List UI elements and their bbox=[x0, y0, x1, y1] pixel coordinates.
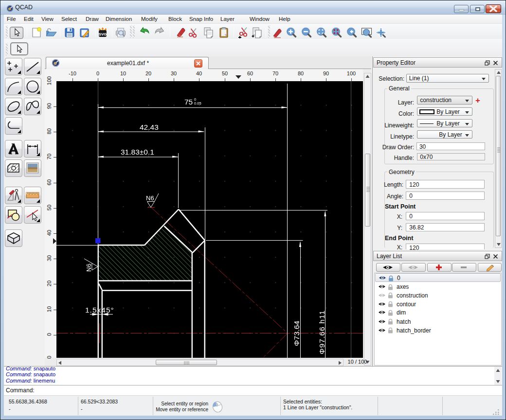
svg-text:0.05: 0.05 bbox=[194, 101, 201, 105]
svg-text:75: 75 bbox=[184, 98, 193, 106]
svg-text:N6: N6 bbox=[146, 194, 154, 202]
svg-text:42.43: 42.43 bbox=[140, 123, 159, 131]
svg-text:Φ97.66 h11: Φ97.66 h11 bbox=[318, 310, 326, 354]
svg-text:31.83±0.1: 31.83±0.1 bbox=[121, 148, 154, 156]
svg-text:Φ73.64: Φ73.64 bbox=[292, 320, 301, 346]
svg-text:SVG: SVG bbox=[99, 32, 107, 36]
svg-text:N6: N6 bbox=[85, 263, 92, 272]
svg-text:1.5x45°: 1.5x45° bbox=[85, 306, 114, 314]
